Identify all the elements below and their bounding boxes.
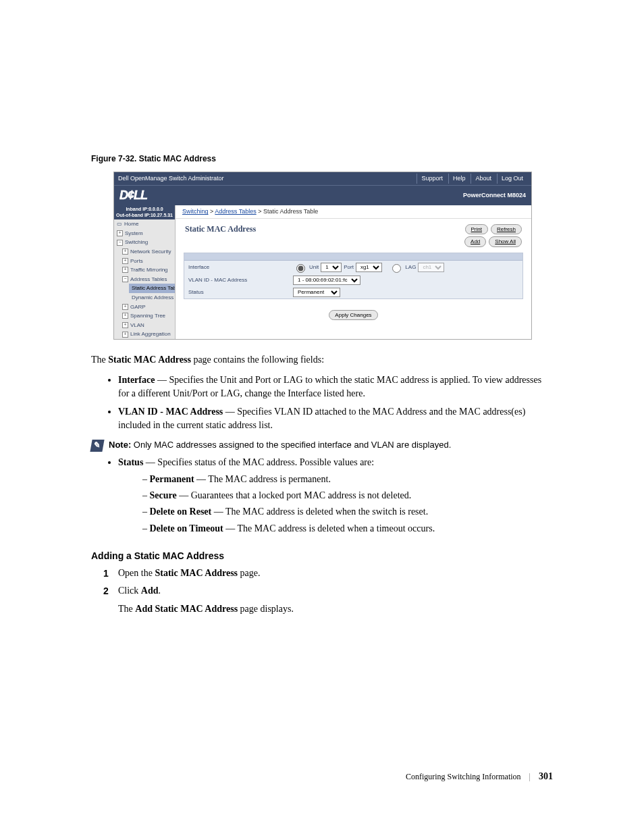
titlebar-links: Support Help About Log Out [417, 174, 527, 184]
select-unit[interactable]: 1 [321, 263, 342, 272]
select-vlan-mac[interactable]: 1 - 08:00:69:02:01:fc [293, 276, 360, 285]
crumb-address-tables[interactable]: Address Tables [215, 208, 256, 215]
nav-static-address-table[interactable]: Static Address Tab [129, 284, 175, 293]
label-port: Port [344, 264, 354, 271]
form-header-bar [184, 253, 522, 261]
row-interface: Interface Unit 1 Port xg1 [184, 261, 522, 274]
app-title: Dell OpenManage Switch Administrator [118, 175, 224, 182]
plus-icon: + [122, 332, 128, 338]
select-status[interactable]: Permanent [293, 288, 340, 297]
note-block: ✎ Note: Only MAC addresses assigned to t… [91, 439, 553, 452]
support-link[interactable]: Support [417, 174, 447, 184]
page-title: Static MAC Address [185, 224, 256, 246]
nav-tree: Inband IP:0.0.0.0 Out-of-band IP:10.27.5… [114, 205, 176, 339]
main-panel: Switching > Address Tables > Static Addr… [176, 205, 531, 339]
field-vlan-mac: VLAN ID - MAC Address — Specifies VLAN I… [118, 405, 553, 433]
plus-icon: + [122, 322, 128, 328]
dell-logo: D¢LL [119, 188, 147, 203]
nav-address-tables[interactable]: − Address Tables [119, 275, 175, 284]
intro-paragraph: The Static MAC Address page contains the… [91, 353, 553, 367]
nav-home[interactable]: ▭ Home [114, 219, 175, 229]
nav-ports[interactable]: + Ports [119, 257, 175, 266]
plus-icon: + [122, 267, 128, 273]
step-2: Click Add. The Add Static MAC Address pa… [107, 584, 553, 616]
footer-chapter: Configuring Switching Information [406, 772, 521, 782]
select-port[interactable]: xg1 [356, 263, 382, 272]
nav-network-security[interactable]: + Network Security [119, 247, 175, 257]
plus-icon: + [122, 304, 128, 310]
apply-changes-button[interactable]: Apply Changes [329, 310, 377, 320]
help-link[interactable]: Help [448, 174, 470, 184]
home-icon: ▭ [117, 221, 122, 228]
logout-link[interactable]: Log Out [497, 174, 527, 184]
logo-bar: D¢LL PowerConnect M8024 [114, 185, 531, 206]
radio-unit[interactable] [296, 264, 305, 273]
nav-spanning-tree[interactable]: + Spanning Tree [119, 311, 175, 321]
breadcrumb: Switching > Address Tables > Static Addr… [176, 205, 531, 219]
footer-page-number: 301 [539, 771, 553, 782]
label-lag: LAG [405, 264, 416, 271]
showall-button[interactable]: Show All [489, 236, 522, 246]
status-secure: Secure — Guarantees that a locked port M… [142, 489, 553, 502]
print-button[interactable]: Print [465, 224, 488, 234]
field-status: Status — Specifies status of the MAC add… [118, 456, 553, 535]
label-status: Status [188, 289, 293, 296]
radio-lag[interactable] [392, 264, 401, 273]
minus-icon: − [122, 276, 128, 282]
nav-link-aggregation[interactable]: + Link Aggregation [119, 330, 175, 339]
nav-traffic-mirroring[interactable]: + Traffic Mirroring [119, 265, 175, 275]
status-delete-on-reset: Delete on Reset — The MAC address is del… [142, 505, 553, 519]
row-status: Status Permanent [184, 286, 522, 298]
crumb-current: Static Address Table [263, 208, 318, 215]
status-delete-on-timeout: Delete on Timeout — The MAC address is d… [142, 522, 553, 536]
nav-dynamic-address-table[interactable]: Dynamic Address T [129, 293, 175, 303]
action-buttons: Print Refresh Add Show All [464, 224, 522, 246]
about-link[interactable]: About [471, 174, 495, 184]
select-lag: ch1 [418, 263, 444, 272]
minus-icon: − [117, 240, 123, 246]
inband-ip: Inband IP:0.0.0.0 [115, 207, 174, 212]
plus-icon: + [122, 313, 128, 319]
step-1: Open the Static MAC Address page. [107, 567, 553, 580]
plus-icon: + [122, 249, 128, 255]
section-heading: Adding a Static MAC Address [91, 549, 553, 563]
window-titlebar: Dell OpenManage Switch Administrator Sup… [114, 172, 531, 185]
add-button[interactable]: Add [464, 236, 486, 246]
plus-icon: + [122, 258, 128, 264]
page-footer: Configuring Switching Information | 301 [91, 771, 553, 782]
nav-garp[interactable]: + GARP [119, 303, 175, 312]
nav-vlan[interactable]: + VLAN [119, 321, 175, 330]
refresh-button[interactable]: Refresh [491, 224, 522, 234]
label-unit: Unit [309, 264, 319, 271]
label-vlan-mac: VLAN ID - MAC Address [188, 277, 293, 284]
status-permanent: Permanent — The MAC address is permanent… [142, 473, 553, 486]
form-panel: Interface Unit 1 Port xg1 [184, 253, 523, 299]
body-text: The Static MAC Address page contains the… [91, 353, 553, 616]
row-vlan-mac: VLAN ID - MAC Address 1 - 08:00:69:02:01… [184, 274, 522, 286]
ip-status-box: Inband IP:0.0.0.0 Out-of-band IP:10.27.5… [114, 205, 175, 219]
product-name: PowerConnect M8024 [463, 192, 526, 199]
outofband-ip: Out-of-band IP:10.27.5.31 [115, 213, 174, 218]
nav-system[interactable]: + System [114, 229, 175, 238]
crumb-switching[interactable]: Switching [182, 208, 209, 215]
nav-switching[interactable]: − Switching [114, 238, 175, 247]
field-interface: Interface — Specifies the Unit and Port … [118, 373, 553, 401]
note-icon: ✎ [90, 440, 104, 452]
figure-caption: Figure 7-32. Static MAC Address [91, 154, 553, 163]
app-screenshot: Dell OpenManage Switch Administrator Sup… [113, 172, 532, 340]
footer-separator: | [529, 772, 531, 782]
label-interface: Interface [188, 264, 293, 271]
plus-icon: + [117, 230, 123, 236]
